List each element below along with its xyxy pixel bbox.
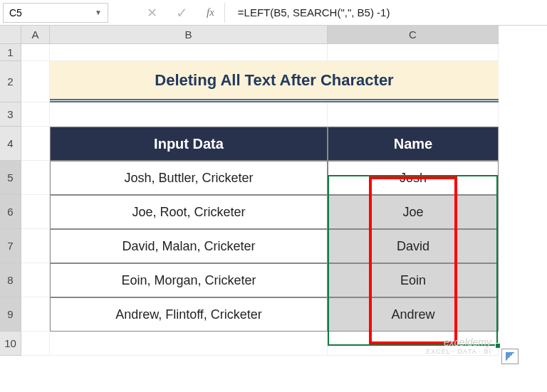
formula-bar-row: C5 ▼ ✕ ✓ fx =LEFT(B5, SEARCH(",", B5) -1… xyxy=(0,0,547,26)
cell-c8[interactable]: Eoin xyxy=(328,263,499,297)
table-header-name[interactable]: Name xyxy=(328,127,499,161)
row-header-8[interactable]: 8 xyxy=(0,263,21,297)
row-header-9[interactable]: 9 xyxy=(0,297,21,332)
fill-handle[interactable] xyxy=(495,343,501,349)
col-header-a[interactable]: A xyxy=(21,26,50,44)
name-box-dropdown-icon[interactable]: ▼ xyxy=(95,9,102,16)
title-cell[interactable]: Deleting All Text After Character xyxy=(50,61,499,102)
row-header-4[interactable]: 4 xyxy=(0,127,21,161)
cell-b9[interactable]: Andrew, Flintoff, Cricketer xyxy=(50,297,328,332)
cancel-icon[interactable]: ✕ xyxy=(147,5,157,21)
cell-a1[interactable] xyxy=(21,44,50,61)
name-box-value: C5 xyxy=(9,7,22,18)
cell-b10[interactable] xyxy=(50,332,328,356)
cell-b6[interactable]: Joe, Root, Cricketer xyxy=(50,195,328,229)
spreadsheet-grid: A B C 1 2 Deleting All Text After Charac… xyxy=(0,26,547,356)
row-header-10[interactable]: 10 xyxy=(0,332,21,356)
col-header-c[interactable]: C xyxy=(328,26,499,44)
name-box[interactable]: C5 ▼ xyxy=(3,3,108,23)
cell-a7[interactable] xyxy=(21,229,50,263)
cell-b3[interactable] xyxy=(50,102,328,127)
cell-a6[interactable] xyxy=(21,195,50,229)
cell-c6[interactable]: Joe xyxy=(328,195,499,229)
row-header-5[interactable]: 5 xyxy=(0,161,21,195)
col-header-b[interactable]: B xyxy=(50,26,328,44)
cell-b7[interactable]: David, Malan, Cricketer xyxy=(50,229,328,263)
fx-icon[interactable]: fx xyxy=(207,6,214,18)
formula-text: =LEFT(B5, SEARCH(",", B5) -1) xyxy=(238,6,390,18)
cell-b5[interactable]: Josh, Buttler, Cricketer xyxy=(50,161,328,195)
enter-icon[interactable]: ✓ xyxy=(176,4,188,21)
select-all-corner[interactable] xyxy=(0,26,21,44)
row-header-7[interactable]: 7 xyxy=(0,229,21,263)
formula-input[interactable]: =LEFT(B5, SEARCH(",", B5) -1) xyxy=(224,3,547,23)
cell-b1[interactable] xyxy=(50,44,328,61)
title-text: Deleting All Text After Character xyxy=(155,71,393,90)
table-header-input[interactable]: Input Data xyxy=(50,127,328,161)
cell-a10[interactable] xyxy=(21,332,50,356)
row-header-2[interactable]: 2 xyxy=(0,61,21,102)
cell-c3[interactable] xyxy=(328,102,499,127)
cell-a3[interactable] xyxy=(21,102,50,127)
cell-a9[interactable] xyxy=(21,297,50,332)
cell-c5[interactable]: Josh xyxy=(328,161,499,195)
cell-a5[interactable] xyxy=(21,161,50,195)
row-header-6[interactable]: 6 xyxy=(0,195,21,229)
cell-c1[interactable] xyxy=(328,44,499,61)
cell-b8[interactable]: Eoin, Morgan, Cricketer xyxy=(50,263,328,297)
cell-a8[interactable] xyxy=(21,263,50,297)
formula-bar-buttons: ✕ ✓ fx xyxy=(111,4,214,21)
cell-c10[interactable] xyxy=(328,332,499,356)
cell-c9[interactable]: Andrew xyxy=(328,297,499,332)
autofill-options-button[interactable] xyxy=(501,349,519,364)
row-header-3[interactable]: 3 xyxy=(0,102,21,127)
cell-a4[interactable] xyxy=(21,127,50,161)
cell-c7[interactable]: David xyxy=(328,229,499,263)
row-header-1[interactable]: 1 xyxy=(0,44,21,61)
cell-a2[interactable] xyxy=(21,61,50,102)
